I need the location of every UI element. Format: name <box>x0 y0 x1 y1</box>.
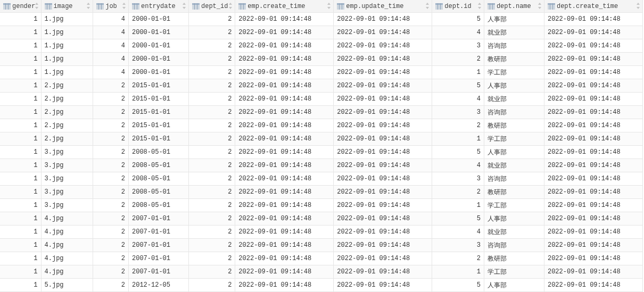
cell-dept_id2[interactable]: 5 <box>432 212 484 225</box>
cell-emp_update_time[interactable]: 2022-09-01 09:14:48 <box>334 145 432 158</box>
cell-dept_id[interactable]: 2 <box>189 39 235 52</box>
cell-dept_id[interactable]: 2 <box>189 105 235 119</box>
cell-entrydate[interactable]: 2008-05-01 <box>128 172 188 185</box>
cell-dept_id2[interactable]: 2 <box>432 252 484 265</box>
cell-dept_id2[interactable]: 4 <box>432 92 484 105</box>
table-row[interactable]: 12.jpg22015-01-0122022-09-01 09:14:48202… <box>0 105 643 119</box>
cell-dept_name[interactable]: 咨询部 <box>484 39 544 52</box>
cell-gender[interactable]: 1 <box>0 172 41 185</box>
cell-gender[interactable]: 1 <box>0 26 41 39</box>
cell-dept_id[interactable]: 2 <box>189 172 235 185</box>
cell-image[interactable]: 1.jpg <box>41 26 93 39</box>
cell-emp_create_time[interactable]: 2022-09-01 09:14:48 <box>235 185 334 198</box>
cell-image[interactable]: 3.jpg <box>41 185 93 198</box>
cell-entrydate[interactable]: 2008-05-01 <box>128 198 188 212</box>
cell-dept_name[interactable]: 人事部 <box>484 145 544 158</box>
cell-emp_update_time[interactable]: 2022-09-01 09:14:48 <box>334 132 432 145</box>
cell-dept_id2[interactable]: 2 <box>432 185 484 198</box>
cell-emp_update_time[interactable]: 2022-09-01 09:14:48 <box>334 212 432 225</box>
cell-gender[interactable]: 1 <box>0 65 41 79</box>
col-header-dept_name[interactable]: dept.name <box>484 0 544 12</box>
cell-gender[interactable]: 1 <box>0 92 41 105</box>
cell-emp_create_time[interactable]: 2022-09-01 09:14:48 <box>235 132 334 145</box>
cell-emp_create_time[interactable]: 2022-09-01 09:14:48 <box>235 278 334 291</box>
cell-dept_create_time[interactable]: 2022-09-01 09:14:48 <box>544 278 642 291</box>
cell-emp_update_time[interactable]: 2022-09-01 09:14:48 <box>334 238 432 252</box>
cell-job[interactable]: 2 <box>93 105 129 119</box>
cell-job[interactable]: 4 <box>93 52 129 65</box>
cell-gender[interactable]: 1 <box>0 52 41 65</box>
cell-dept_id2[interactable]: 3 <box>432 39 484 52</box>
cell-emp_update_time[interactable]: 2022-09-01 09:14:48 <box>334 119 432 132</box>
cell-dept_create_time[interactable]: 2022-09-01 09:14:48 <box>544 172 642 185</box>
cell-emp_create_time[interactable]: 2022-09-01 09:14:48 <box>235 158 334 172</box>
cell-emp_update_time[interactable]: 2022-09-01 09:14:48 <box>334 79 432 92</box>
cell-dept_name[interactable]: 人事部 <box>484 278 544 291</box>
cell-dept_id[interactable]: 2 <box>189 65 235 79</box>
cell-dept_create_time[interactable]: 2022-09-01 09:14:48 <box>544 158 642 172</box>
cell-emp_create_time[interactable]: 2022-09-01 09:14:48 <box>235 92 334 105</box>
cell-dept_id[interactable]: 2 <box>189 158 235 172</box>
cell-job[interactable]: 2 <box>93 265 129 278</box>
cell-entrydate[interactable]: 2007-01-01 <box>128 225 188 238</box>
cell-emp_create_time[interactable]: 2022-09-01 09:14:48 <box>235 105 334 119</box>
cell-entrydate[interactable]: 2015-01-01 <box>128 119 188 132</box>
cell-dept_create_time[interactable]: 2022-09-01 09:14:48 <box>544 252 642 265</box>
cell-image[interactable]: 3.jpg <box>41 158 93 172</box>
cell-emp_update_time[interactable]: 2022-09-01 09:14:48 <box>334 265 432 278</box>
cell-dept_name[interactable]: 就业部 <box>484 26 544 39</box>
cell-job[interactable]: 4 <box>93 12 129 26</box>
cell-dept_id2[interactable]: 5 <box>432 79 484 92</box>
cell-dept_name[interactable]: 人事部 <box>484 212 544 225</box>
cell-emp_update_time[interactable]: 2022-09-01 09:14:48 <box>334 65 432 79</box>
cell-dept_id2[interactable]: 2 <box>432 119 484 132</box>
cell-dept_id2[interactable]: 5 <box>432 145 484 158</box>
table-row[interactable]: 11.jpg42000-01-0122022-09-01 09:14:48202… <box>0 65 643 79</box>
cell-entrydate[interactable]: 2015-01-01 <box>128 79 188 92</box>
cell-dept_id2[interactable]: 1 <box>432 132 484 145</box>
cell-entrydate[interactable]: 2000-01-01 <box>128 39 188 52</box>
cell-emp_update_time[interactable]: 2022-09-01 09:14:48 <box>334 198 432 212</box>
cell-dept_name[interactable]: 人事部 <box>484 12 544 26</box>
cell-emp_create_time[interactable]: 2022-09-01 09:14:48 <box>235 52 334 65</box>
cell-job[interactable]: 2 <box>93 119 129 132</box>
cell-dept_id2[interactable]: 4 <box>432 225 484 238</box>
cell-dept_create_time[interactable]: 2022-09-01 09:14:48 <box>544 238 642 252</box>
cell-image[interactable]: 4.jpg <box>41 265 93 278</box>
cell-dept_id2[interactable]: 3 <box>432 105 484 119</box>
cell-job[interactable]: 4 <box>93 65 129 79</box>
cell-emp_update_time[interactable]: 2022-09-01 09:14:48 <box>334 278 432 291</box>
cell-job[interactable]: 2 <box>93 145 129 158</box>
cell-gender[interactable]: 1 <box>0 278 41 291</box>
cell-image[interactable]: 3.jpg <box>41 145 93 158</box>
cell-emp_create_time[interactable]: 2022-09-01 09:14:48 <box>235 225 334 238</box>
cell-job[interactable]: 4 <box>93 39 129 52</box>
cell-job[interactable]: 2 <box>93 212 129 225</box>
table-row[interactable]: 14.jpg22007-01-0122022-09-01 09:14:48202… <box>0 252 643 265</box>
cell-dept_id[interactable]: 2 <box>189 252 235 265</box>
cell-emp_create_time[interactable]: 2022-09-01 09:14:48 <box>235 12 334 26</box>
cell-entrydate[interactable]: 2007-01-01 <box>128 212 188 225</box>
cell-dept_id[interactable]: 2 <box>189 26 235 39</box>
cell-dept_create_time[interactable]: 2022-09-01 09:14:48 <box>544 26 642 39</box>
cell-dept_id[interactable]: 2 <box>189 198 235 212</box>
cell-dept_id[interactable]: 2 <box>189 52 235 65</box>
cell-gender[interactable]: 1 <box>0 265 41 278</box>
cell-dept_create_time[interactable]: 2022-09-01 09:14:48 <box>544 265 642 278</box>
table-row[interactable]: 11.jpg42000-01-0122022-09-01 09:14:48202… <box>0 39 643 52</box>
cell-entrydate[interactable]: 2015-01-01 <box>128 132 188 145</box>
cell-dept_id[interactable]: 2 <box>189 12 235 26</box>
cell-emp_create_time[interactable]: 2022-09-01 09:14:48 <box>235 172 334 185</box>
cell-emp_create_time[interactable]: 2022-09-01 09:14:48 <box>235 265 334 278</box>
cell-gender[interactable]: 1 <box>0 105 41 119</box>
cell-emp_update_time[interactable]: 2022-09-01 09:14:48 <box>334 252 432 265</box>
cell-gender[interactable]: 1 <box>0 198 41 212</box>
cell-entrydate[interactable]: 2015-01-01 <box>128 105 188 119</box>
cell-emp_create_time[interactable]: 2022-09-01 09:14:48 <box>235 39 334 52</box>
cell-gender[interactable]: 1 <box>0 185 41 198</box>
cell-dept_id[interactable]: 2 <box>189 79 235 92</box>
cell-emp_update_time[interactable]: 2022-09-01 09:14:48 <box>334 26 432 39</box>
cell-gender[interactable]: 1 <box>0 238 41 252</box>
table-row[interactable]: 14.jpg22007-01-0122022-09-01 09:14:48202… <box>0 238 643 252</box>
table-row[interactable]: 12.jpg22015-01-0122022-09-01 09:14:48202… <box>0 92 643 105</box>
